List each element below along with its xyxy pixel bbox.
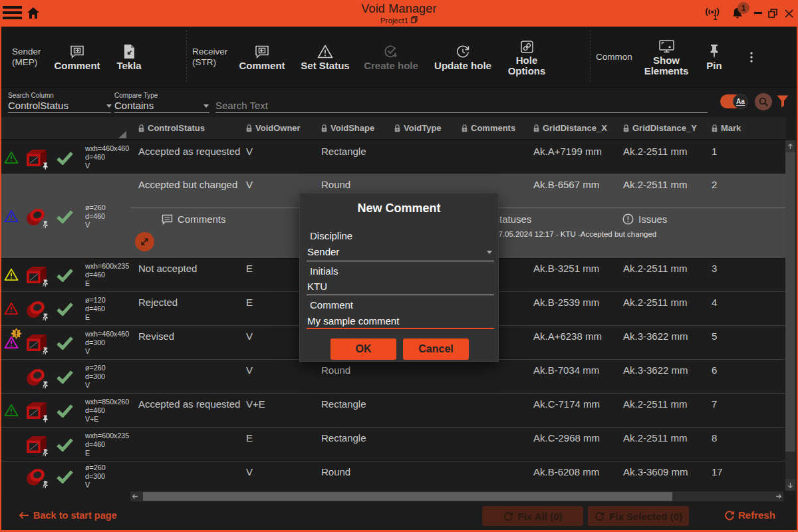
fix-all-button[interactable]: Fix All (0)	[482, 506, 583, 526]
show-elements-monitor-icon	[659, 37, 674, 53]
vertical-scrollbar-thumb[interactable]	[785, 152, 795, 452]
scroll-right-arrow[interactable]	[773, 491, 783, 501]
vertical-scrollbar[interactable]	[785, 140, 795, 491]
scroll-down-arrow[interactable]	[785, 479, 795, 491]
tekla-button[interactable]: Tekla	[109, 27, 149, 87]
checkmark-icon	[56, 438, 74, 452]
search-button[interactable]	[755, 93, 772, 110]
void-dimensions: wxh=850x260 d=460 V+E	[85, 398, 129, 424]
set-status-button[interactable]: Set Status	[299, 27, 352, 87]
update-hole-button[interactable]: Update hole	[434, 27, 492, 87]
comment-input[interactable]: My sample comment	[307, 315, 399, 327]
pin-icon	[42, 162, 49, 170]
cell-controlstatus: Not accepted	[138, 263, 197, 274]
cell-griddistance-x: Ak.A+7199 mm	[533, 146, 602, 157]
pin-disabled-icon	[42, 481, 49, 489]
project-name: Project1	[380, 17, 408, 25]
checkmark-icon	[56, 209, 74, 223]
refresh-icon	[724, 510, 735, 521]
column-header-voidshape[interactable]: VoidShape	[321, 123, 374, 133]
cell-voidowner: E	[246, 432, 253, 444]
cancel-button[interactable]: Cancel	[403, 338, 469, 360]
refresh-link[interactable]: Refresh	[724, 509, 775, 521]
comment-label: Comment	[310, 299, 353, 311]
show-elements-button[interactable]: Show Elements	[640, 27, 693, 87]
table-row[interactable]: ø=260 d=300 VVRoundAk.B-6208 mmAk.3-3609…	[1, 462, 785, 491]
field-underline	[307, 295, 494, 295]
minimize-button[interactable]	[752, 0, 764, 27]
cell-griddistance-x: Ak.A+6238 mm	[533, 331, 602, 342]
pin-disabled-icon	[42, 381, 49, 389]
column-header-voidtype[interactable]: VoidType	[394, 123, 442, 133]
table-row[interactable]: wxh=460x460 d=460 VAccepted as requested…	[1, 141, 785, 174]
cell-voidowner: V	[246, 179, 253, 190]
column-header-controlstatus[interactable]: ControlStatus	[138, 123, 205, 133]
filter-icon[interactable]	[777, 95, 789, 110]
column-header-comments[interactable]: Comments	[462, 123, 515, 133]
void-dimensions: ø=260 d=300 V	[85, 464, 106, 489]
pushpin-icon	[710, 43, 719, 59]
detail-comments-section: Comments	[162, 213, 226, 225]
hole-options-link-icon	[521, 37, 533, 53]
expand-details-button[interactable]	[135, 232, 154, 251]
create-hole-button[interactable]: Create hole	[363, 27, 419, 87]
bottom-bar: Back to start page Fix All (0) Fix Selec…	[1, 502, 797, 530]
checkmark-icon	[56, 469, 74, 483]
cell-controlstatus: Accepted as requested	[138, 398, 240, 410]
pin-icon	[42, 415, 49, 423]
copy-icon[interactable]	[411, 16, 418, 25]
void-dimensions: ø=260 d=300 V	[85, 364, 106, 390]
expand-arrows-icon	[140, 237, 150, 247]
chevron-down-icon	[203, 104, 209, 108]
comment-arrow-left-icon	[255, 43, 269, 59]
comment-sender-button[interactable]: Comment	[52, 27, 102, 87]
pin-button[interactable]: Pin	[697, 27, 732, 87]
column-header-mark[interactable]: Mark	[712, 123, 741, 133]
discipline-label: Discipline	[310, 230, 352, 241]
notification-badge: 1	[737, 2, 749, 14]
cell-griddistance-x: Ak.C-7174 mm	[533, 398, 600, 410]
column-header-griddistance_y[interactable]: GridDistance_Y	[623, 123, 697, 133]
cell-griddistance-y: Ak.2-2511 mm	[623, 398, 687, 410]
cell-voidowner: V	[246, 146, 253, 157]
lock-icon	[462, 124, 467, 132]
scroll-left-arrow[interactable]	[130, 491, 140, 501]
discipline-select[interactable]: Sender	[307, 246, 339, 257]
new-comment-dialog: New Comment Discipline Sender Initials K…	[299, 193, 499, 362]
scroll-up-arrow[interactable]	[785, 140, 795, 152]
cell-griddistance-x: Ak.B-6567 mm	[533, 179, 599, 190]
horizontal-scrollbar[interactable]	[130, 491, 783, 501]
sender-group-label: Sender (MEP)	[12, 47, 41, 68]
checkmark-icon	[56, 268, 74, 282]
more-options-ellipsis-icon[interactable]	[741, 27, 762, 87]
cell-voidowner: V	[246, 466, 253, 477]
back-to-start-link[interactable]: Back to start page	[19, 510, 117, 521]
broadcast-icon[interactable]: 1	[704, 0, 724, 27]
cell-griddistance-y: Ak.2-2511 mm	[623, 432, 687, 444]
match-case-toggle[interactable]: Aa	[720, 94, 747, 108]
cell-controlstatus: Accepted as requested	[138, 146, 240, 157]
cell-voidshape: Round	[321, 179, 350, 190]
fix-selected-button[interactable]: Fix Selected (0)	[588, 506, 689, 526]
status-history-entry: 07.05.2024 12:17 - KTU -Accepted but cha…	[494, 230, 656, 238]
search-icon	[759, 97, 769, 107]
horizontal-scrollbar-thumb[interactable]	[143, 492, 672, 501]
table-row[interactable]: wxh=850x260 d=460 V+EAccepted as request…	[1, 394, 785, 427]
lock-icon	[394, 124, 400, 132]
hole-options-button[interactable]: Hole Options	[501, 27, 552, 87]
initials-input[interactable]: KTU	[307, 281, 327, 292]
lock-icon	[321, 124, 327, 132]
cell-mark: 1	[712, 146, 717, 157]
column-header-voidowner[interactable]: VoidOwner	[246, 123, 301, 133]
table-row[interactable]: wxh=600x235 d=460 EERectangleAk.C-2968 m…	[1, 428, 785, 461]
close-button[interactable]	[782, 0, 795, 27]
comment-receiver-button[interactable]: Comment	[237, 27, 287, 87]
cell-mark: 17	[712, 466, 723, 477]
ok-button[interactable]: OK	[331, 338, 396, 360]
app-title: Void Manager	[0, 2, 798, 16]
cell-griddistance-x: Ak.B-7034 mm	[533, 364, 599, 376]
cell-voidowner: E	[246, 263, 253, 274]
restore-button[interactable]	[766, 0, 779, 27]
table-row[interactable]: ø=260 d=300 VVRoundAk.B-7034 mmAk.3-3622…	[1, 360, 785, 393]
column-header-griddistance_x[interactable]: GridDistance_X	[533, 123, 607, 133]
